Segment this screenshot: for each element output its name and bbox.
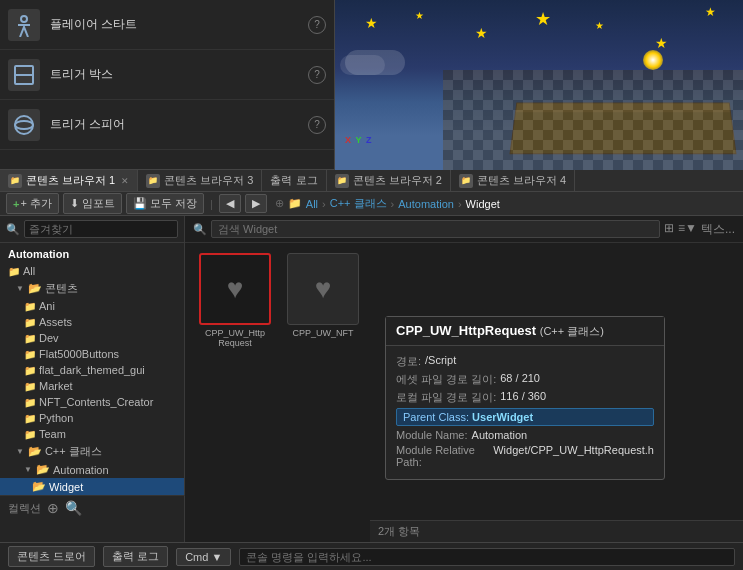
sidebar-item-automation[interactable]: ▼ 📂 Automation	[0, 461, 184, 478]
tooltip-row-relative-path: Module Relative Path: Widget/CPP_UW_Http…	[396, 444, 654, 468]
star-decoration: ★	[535, 8, 551, 30]
cmd-dropdown[interactable]: Cmd ▼	[176, 548, 231, 566]
sidebar-item-dev[interactable]: 📁 Dev	[0, 330, 184, 346]
star-decoration: ★	[705, 5, 716, 19]
asset-item-httprequest[interactable]: ♥ CPP_UW_HttpRequest	[195, 253, 275, 348]
folder-icon: 📁	[24, 365, 36, 376]
tooltip-parent-class: Parent Class: UserWidget	[396, 408, 654, 426]
text-view-icon[interactable]: 텍스...	[701, 221, 735, 238]
sun-decoration	[643, 50, 663, 70]
item-count-bar: 2개 항목	[370, 520, 743, 542]
svg-point-4	[15, 121, 33, 129]
tooltip-row-path: 경로: /Script	[396, 354, 654, 369]
tab-bar: 📁 콘텐츠 브라우저 1 ✕ 📁 콘텐츠 브라우저 3 출력 로그 📁 콘텐츠 …	[0, 170, 743, 192]
floor-decoration	[443, 70, 743, 170]
content-browser-icon: 📁	[335, 174, 349, 188]
trigger-box-label: 트리거 박스	[50, 66, 308, 83]
content-browser-icon: 📁	[459, 174, 473, 188]
tooltip-row-filesize: 에셋 파일 경로 길이: 68 / 210	[396, 372, 654, 387]
content-search-input[interactable]	[211, 220, 660, 238]
sidebar-item-contents[interactable]: ▼ 📂 콘텐츠	[0, 279, 184, 298]
tooltip-row-localpath: 로컬 파일 경로 길이: 116 / 360	[396, 390, 654, 405]
viewport-scene: ★ ★ ★ ★ ★ ★ ★ X Y Z	[335, 0, 743, 170]
sidebar-item-flatdark[interactable]: 📁 flat_dark_themed_gui	[0, 362, 184, 378]
sidebar-item-team[interactable]: 📁 Team	[0, 426, 184, 442]
tab-content3[interactable]: 📁 콘텐츠 브라우저 3	[138, 170, 262, 191]
asset-thumbnail: ♥	[199, 253, 271, 325]
object-panel: 플레이어 스타트 ? 트리거 박스 ? 트리거 스피어 ?	[0, 0, 335, 170]
tooltip-title: CPP_UW_HttpRequest	[396, 323, 536, 338]
search-options: ⊞ ≡▼ 텍스...	[664, 221, 735, 238]
main-content: 🔍 Automation 📁 All ▼ 📂 콘텐츠 📁 Ani 📁 Asset…	[0, 216, 743, 542]
sidebar-item-flat5000[interactable]: 📁 Flat5000Buttons	[0, 346, 184, 362]
trigger-box-help[interactable]: ?	[308, 66, 326, 84]
folder-open-icon: 📂	[28, 445, 42, 458]
tooltip-box: CPP_UW_HttpRequest (C++ 클래스) 경로: /Script…	[385, 316, 665, 480]
back-button[interactable]: ◀	[219, 194, 241, 213]
object-row[interactable]: 트리거 박스 ?	[0, 50, 334, 100]
sidebar-item-python[interactable]: 📁 Python	[0, 410, 184, 426]
svg-point-3	[15, 116, 33, 134]
sidebar-search-input[interactable]	[24, 220, 178, 238]
add-collection-icon[interactable]: ⊕	[47, 500, 59, 516]
breadcrumb-automation[interactable]: Automation	[398, 198, 454, 210]
filter-icon[interactable]: ⊞	[664, 221, 674, 238]
star-decoration: ★	[475, 25, 488, 41]
content-area: 🔍 ⊞ ≡▼ 텍스... ♥ CPP_UW_HttpRequest ♥ CPP_…	[185, 216, 743, 542]
forward-button[interactable]: ▶	[245, 194, 267, 213]
sidebar-footer: 컬렉션 ⊕ 🔍	[0, 495, 185, 520]
sidebar-item-nft[interactable]: 📁 NFT_Contents_Creator	[0, 394, 184, 410]
bottom-bar: 콘텐츠 드로어 출력 로그 Cmd ▼	[0, 542, 743, 570]
tooltip-cpp-tag: (C++ 클래스)	[540, 325, 604, 337]
add-button[interactable]: + + 추가	[6, 193, 59, 214]
sidebar-item-assets[interactable]: 📁 Assets	[0, 314, 184, 330]
sidebar-item-market[interactable]: 📁 Market	[0, 378, 184, 394]
folder-icon: 📁	[24, 429, 36, 440]
sidebar-item-ani[interactable]: 📁 Ani	[0, 298, 184, 314]
asset-item-nft[interactable]: ♥ CPP_UW_NFT	[283, 253, 363, 348]
breadcrumb-all[interactable]: All	[306, 198, 318, 210]
folder-open-icon: 📂	[28, 282, 42, 295]
asset-icon: ♥	[227, 273, 244, 305]
breadcrumb-widget[interactable]: Widget	[466, 198, 500, 210]
search-collection-icon[interactable]: 🔍	[65, 500, 82, 516]
star-decoration: ★	[595, 20, 604, 31]
tooltip-body: 경로: /Script 에셋 파일 경로 길이: 68 / 210 로컬 파일 …	[386, 346, 664, 479]
star-decoration: ★	[365, 15, 378, 31]
star-decoration: ★	[655, 35, 668, 51]
tab-output[interactable]: 출력 로그	[262, 170, 326, 191]
tree-header: Automation	[0, 245, 184, 263]
object-row[interactable]: 트리거 스피어 ?	[0, 100, 334, 150]
sidebar-item-cpp-classes[interactable]: ▼ 📂 C++ 클래스	[0, 442, 184, 461]
asset-icon: ♥	[315, 273, 332, 305]
svg-point-0	[21, 16, 27, 22]
breadcrumb-cpp[interactable]: C++ 클래스	[330, 196, 387, 211]
trigger-sphere-help[interactable]: ?	[308, 116, 326, 134]
trigger-box-icon	[8, 59, 40, 91]
output-log-tab[interactable]: 출력 로그	[103, 546, 168, 567]
viewport[interactable]: ★ ★ ★ ★ ★ ★ ★ X Y Z	[335, 0, 743, 170]
search-icon: 🔍	[6, 223, 20, 236]
tab-content2[interactable]: 📁 콘텐츠 브라우저 2	[327, 170, 451, 191]
tab-close-icon[interactable]: ✕	[121, 176, 129, 186]
toolbar-separator: |	[210, 198, 213, 210]
tree-section: Automation 📁 All ▼ 📂 콘텐츠 📁 Ani 📁 Assets …	[0, 243, 184, 497]
folder-open-icon: 📂	[32, 480, 46, 493]
sidebar-item-all[interactable]: 📁 All	[0, 263, 184, 279]
player-start-help[interactable]: ?	[308, 16, 326, 34]
object-row[interactable]: 플레이어 스타트 ?	[0, 0, 334, 50]
sort-icon[interactable]: ≡▼	[678, 221, 697, 238]
star-decoration: ★	[415, 10, 424, 21]
tab-content4[interactable]: 📁 콘텐츠 브라우저 4	[451, 170, 575, 191]
cmd-input[interactable]	[239, 548, 735, 566]
player-start-icon	[8, 9, 40, 41]
tab-content1[interactable]: 📁 콘텐츠 브라우저 1 ✕	[0, 170, 138, 191]
cloud-decoration	[340, 55, 385, 75]
content-drawer-tab[interactable]: 콘텐츠 드로어	[8, 546, 95, 567]
trigger-sphere-icon	[8, 109, 40, 141]
sidebar-item-widget[interactable]: 📂 Widget	[0, 478, 184, 495]
import-button[interactable]: ⬇ 임포트	[63, 193, 122, 214]
item-count-label: 2개 항목	[378, 524, 420, 539]
axis-indicator: X Y Z	[345, 135, 371, 145]
save-all-button[interactable]: 💾 모두 저장	[126, 193, 204, 214]
